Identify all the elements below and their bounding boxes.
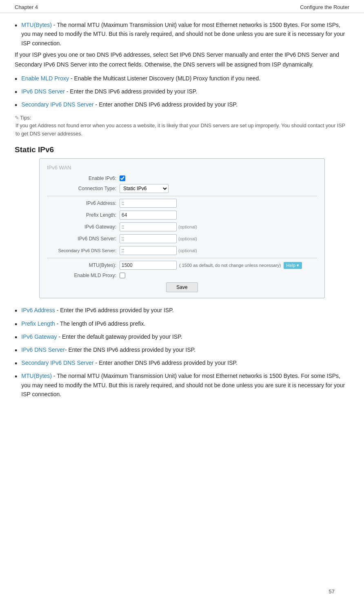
bullet3-text: IPv6 DNS Server - Enter the DNS IPv6 add… <box>21 87 197 96</box>
bullet-dot: • <box>15 74 17 84</box>
bottom-bullet-2: IPv6 Gateway - Enter the default gateway… <box>21 332 182 341</box>
prefix-length-input[interactable] <box>120 211 177 220</box>
term-ipv6-gw: IPv6 Gateway <box>21 333 57 340</box>
list-item: • IPv6 Gateway - Enter the default gatew… <box>15 332 349 343</box>
tips-label: ✎Tips: <box>15 115 349 121</box>
term-mtu2: MTU(Bytes) <box>21 373 52 379</box>
ipv6-gateway-optional: (optional) <box>178 224 197 229</box>
bottom-bullet-5: MTU(Bytes) - The normal MTU (Maximum Tra… <box>21 371 349 399</box>
term-ipv6-dns: IPv6 DNS Server <box>21 88 65 95</box>
ipv6-gateway-row: IPv6 Gateway: (optional) <box>47 222 317 231</box>
enable-mld-checkbox[interactable] <box>120 273 125 278</box>
separator2 <box>47 258 317 258</box>
enable-ipv6-row: Enable IPv6: <box>47 175 317 181</box>
list-item: • Secondary IPv6 DNS Server - Enter anot… <box>15 100 349 111</box>
bullet-dot: • <box>15 87 17 98</box>
connection-type-label: Connection Type: <box>47 186 116 191</box>
term-secondary-dns2: Secondary IPv6 DNS Server <box>21 360 93 366</box>
save-button[interactable]: Save <box>166 282 198 292</box>
connection-type-row: Connection Type: Static IPv6 <box>47 184 317 193</box>
ipv6-address-label: IPv6 Address: <box>47 200 116 206</box>
page-number: 57 <box>329 588 335 595</box>
secondary-dns-input[interactable] <box>120 246 177 255</box>
tip-icon: ✎ <box>15 115 19 121</box>
connection-type-select[interactable]: Static IPv6 <box>120 184 169 193</box>
bullet-dot: • <box>15 21 17 31</box>
ipv6-dns-optional: (optional) <box>178 236 197 241</box>
term-ipv6-dns2: IPv6 DNS Server <box>21 346 65 353</box>
enable-ipv6-checkbox[interactable] <box>120 175 125 181</box>
page-header: Chapter 4 Configure the Router <box>0 0 364 13</box>
page-footer: 57 <box>314 584 349 599</box>
bullet2-text: Enable MLD Proxy - Enable the Multicast … <box>21 74 260 83</box>
router-ui-box: IPv6 WAN Enable IPv6: Connection Type: S… <box>39 158 325 298</box>
term-mtu-top: MTU(Bytes) <box>21 22 52 28</box>
section-title: Static IPv6 <box>15 145 349 154</box>
bottom-bullet-0: IPv6 Address - Enter the IPv6 address pr… <box>21 306 173 315</box>
secondary-dns-label: Secondary IPv6 DNS Server: <box>47 248 116 253</box>
prefix-length-row: Prefix Length: <box>47 211 317 220</box>
middle-bullets: • Enable MLD Proxy - Enable the Multicas… <box>15 74 349 111</box>
enable-ipv6-label: Enable IPv6: <box>47 175 116 181</box>
mtu-row: MTU(Bytes): ( 1500 as default, do not ch… <box>47 261 317 270</box>
enable-mld-label: Enable MLD Proxy: <box>47 273 116 278</box>
list-item: • MTU(Bytes) - The normal MTU (Maximum T… <box>15 20 349 48</box>
list-item: • Prefix Length - The length of IPv6 add… <box>15 319 349 330</box>
ipv6-address-row: IPv6 Address: <box>47 199 317 208</box>
bullet-dot: • <box>15 100 17 111</box>
list-item: • IPv6 DNS Server - Enter the DNS IPv6 a… <box>15 87 349 98</box>
router-ui-title: IPv6 WAN <box>47 164 317 171</box>
bullet4-text: Secondary IPv6 DNS Server - Enter anothe… <box>21 100 237 109</box>
chapter-label: Chapter 4 <box>15 4 38 10</box>
list-item: • Secondary IPv6 DNS Server - Enter anot… <box>15 358 349 369</box>
bullet-dot: • <box>15 333 17 343</box>
list-item: • MTU(Bytes) - The normal MTU (Maximum T… <box>15 371 349 399</box>
ipv6-dns-row: IPv6 DNS Server: (optional) <box>47 234 317 243</box>
bullet-dot: • <box>15 346 17 356</box>
bullet1-text: MTU(Bytes) - The normal MTU (Maximum Tra… <box>21 20 349 48</box>
bottom-bullet-3: IPv6 DNS Server- Enter the DNS IPv6 addr… <box>21 345 195 354</box>
prefix-length-label: Prefix Length: <box>47 212 116 218</box>
mtu-input[interactable] <box>120 261 177 270</box>
tips-text: If you get Address not found error when … <box>16 122 349 138</box>
term-prefix-len: Prefix Length <box>21 320 55 327</box>
section-label: Configure the Router <box>300 4 349 10</box>
ipv6-gateway-input[interactable] <box>120 222 177 231</box>
tips-block: ✎Tips: If you get Address not found erro… <box>15 115 349 138</box>
bottom-bullets: • IPv6 Address - Enter the IPv6 address … <box>15 306 349 399</box>
bullet-dot: • <box>15 320 17 330</box>
ipv6-dns-label: IPv6 DNS Server: <box>47 236 116 242</box>
page-content: • MTU(Bytes) - The normal MTU (Maximum T… <box>0 13 364 408</box>
bullet-dot: • <box>15 372 17 382</box>
ipv6-gateway-label: IPv6 Gateway: <box>47 224 116 230</box>
list-item: • Enable MLD Proxy - Enable the Multicas… <box>15 74 349 84</box>
ipv6-dns-input[interactable] <box>120 234 177 243</box>
term-mld: Enable MLD Proxy <box>21 75 69 82</box>
enable-mld-row: Enable MLD Proxy: <box>47 273 317 278</box>
help-button[interactable]: Help ▾ <box>284 262 302 269</box>
secondary-dns-row: Secondary IPv6 DNS Server: (optional) <box>47 246 317 255</box>
bullet-dot: • <box>15 306 17 316</box>
paragraph1: If your ISP gives you one or two DNS IPv… <box>15 50 349 70</box>
ipv6-address-input[interactable] <box>120 199 177 208</box>
term-ipv6-addr: IPv6 Address <box>21 307 55 313</box>
secondary-dns-optional: (optional) <box>178 248 197 253</box>
mtu-hint: ( 1500 as default, do not change unless … <box>179 263 281 268</box>
bottom-bullet-1: Prefix Length - The length of IPv6 addre… <box>21 319 145 328</box>
list-item: • IPv6 DNS Server- Enter the DNS IPv6 ad… <box>15 345 349 356</box>
top-bullets: • MTU(Bytes) - The normal MTU (Maximum T… <box>15 20 349 48</box>
term-secondary-dns: Secondary IPv6 DNS Server <box>21 101 93 108</box>
list-item: • IPv6 Address - Enter the IPv6 address … <box>15 306 349 316</box>
mtu-label: MTU(Bytes): <box>47 262 116 268</box>
bottom-bullet-4: Secondary IPv6 DNS Server - Enter anothe… <box>21 358 237 367</box>
separator <box>47 196 317 196</box>
bullet-dot: • <box>15 359 17 369</box>
